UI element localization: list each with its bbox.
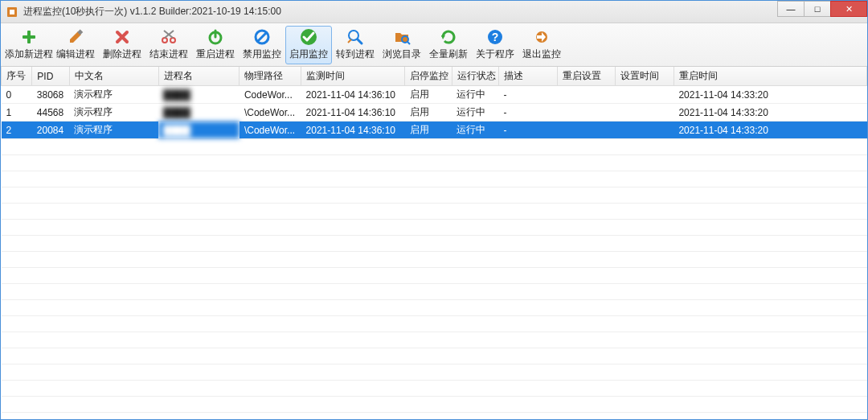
- table-row[interactable]: 144568演示程序████\CodeWor...2021-11-04 14:3…: [2, 104, 867, 121]
- column-header-stime[interactable]: 设置时间: [616, 67, 674, 86]
- minimize-button[interactable]: —: [777, 1, 805, 17]
- table-row[interactable]: 038068演示程序████CodeWor...2021-11-04 14:36…: [2, 86, 867, 104]
- column-header-rsetting[interactable]: 重启设置: [557, 67, 616, 86]
- cell-rsetting: [557, 104, 616, 121]
- column-header-pid[interactable]: PID: [32, 67, 69, 86]
- svg-point-9: [170, 38, 175, 43]
- cell-rsetting: [557, 121, 616, 139]
- column-header-pname[interactable]: 进程名: [158, 67, 240, 86]
- table-row-empty: [2, 236, 867, 252]
- edit-button[interactable]: 编辑进程: [52, 26, 99, 64]
- toolbar-label: 结束进程: [149, 47, 188, 61]
- cell-rsetting: [557, 86, 616, 104]
- cell-path: CodeWor...: [240, 86, 301, 104]
- process-table-wrap[interactable]: 序号PID中文名进程名物理路径监测时间启停监控运行状态描述重启设置设置时间重启时…: [1, 67, 867, 419]
- toolbar-label: 浏览目录: [383, 47, 421, 61]
- svg-point-8: [162, 38, 167, 43]
- restart-button[interactable]: 重启进程: [192, 26, 239, 64]
- table-row-empty: [2, 171, 867, 187]
- column-header-path[interactable]: 物理路径: [240, 67, 301, 86]
- table-row-empty: [2, 348, 867, 364]
- table-row-empty: [2, 220, 867, 236]
- cell-pname: ████: [158, 86, 240, 104]
- svg-rect-1: [10, 10, 14, 14]
- cell-stime: [616, 121, 674, 139]
- column-header-status[interactable]: 运行状态: [452, 67, 498, 86]
- table-row[interactable]: 220084演示程序████\CodeWor...2021-11-04 14:3…: [2, 121, 867, 139]
- column-header-cname[interactable]: 中文名: [69, 67, 158, 86]
- column-header-rtime[interactable]: 重启时间: [674, 67, 866, 86]
- cell-pid: 38068: [32, 86, 69, 104]
- kill-button[interactable]: 结束进程: [145, 26, 192, 64]
- cell-cname: 演示程序: [69, 121, 158, 139]
- toolbar-label: 启用监控: [289, 47, 328, 61]
- cell-status: 运行中: [452, 104, 498, 121]
- cell-pid: 44568: [32, 104, 69, 121]
- cell-pid: 20084: [32, 121, 69, 139]
- svg-line-18: [358, 39, 362, 43]
- cell-rtime: 2021-11-04 14:33:20: [674, 121, 866, 139]
- table-row-empty: [2, 381, 867, 397]
- column-header-desc[interactable]: 描述: [499, 67, 558, 86]
- cell-pname: ████: [158, 104, 240, 121]
- column-header-seq[interactable]: 序号: [2, 67, 32, 86]
- app-icon: [6, 6, 18, 19]
- toolbar-label: 重启进程: [196, 47, 235, 61]
- table-row-empty: [2, 300, 867, 316]
- x-icon: [113, 28, 131, 46]
- browse-button[interactable]: 浏览目录: [379, 26, 425, 64]
- window-controls: — □ ✕: [778, 1, 867, 23]
- cell-mtime: 2021-11-04 14:36:10: [301, 121, 405, 139]
- about-button[interactable]: ?关于程序: [472, 26, 518, 64]
- table-row-empty: [2, 364, 867, 381]
- pencil-icon: [67, 28, 84, 46]
- close-button[interactable]: ✕: [830, 1, 867, 17]
- table-header-row: 序号PID中文名进程名物理路径监测时间启停监控运行状态描述重启设置设置时间重启时…: [2, 67, 867, 86]
- search-icon: [346, 28, 364, 46]
- cell-rtime: 2021-11-04 14:33:20: [674, 86, 866, 104]
- toolbar-label: 删除进程: [103, 47, 141, 61]
- cell-path: \CodeWor...: [240, 121, 301, 139]
- plus-icon: [20, 28, 38, 46]
- scissors-icon: [160, 28, 178, 46]
- toolbar-label: 全量刷新: [429, 47, 468, 61]
- power-icon: [207, 28, 224, 46]
- disable-button[interactable]: 禁用监控: [239, 26, 285, 64]
- svg-rect-3: [23, 35, 35, 39]
- goto-button[interactable]: 转到进程: [332, 26, 379, 64]
- toolbar-label: 编辑进程: [56, 47, 95, 61]
- cell-desc: -: [499, 86, 558, 104]
- toolbar-label: 禁用监控: [243, 47, 281, 61]
- refresh-icon: [440, 28, 457, 46]
- table-row-empty: [2, 397, 867, 413]
- svg-line-15: [257, 32, 267, 42]
- toolbar-label: 关于程序: [476, 47, 514, 61]
- cell-cname: 演示程序: [69, 104, 158, 121]
- table-row-empty: [2, 316, 867, 332]
- titlebar: 进程监控(10秒执行一次) v1.1.2 Builder:2021-10-19 …: [1, 1, 867, 23]
- svg-text:?: ?: [492, 31, 499, 43]
- svg-line-20: [407, 42, 410, 44]
- table-row-empty: [2, 139, 867, 155]
- window-title: 进程监控(10秒执行一次) v1.1.2 Builder:2021-10-19 …: [23, 5, 778, 19]
- cell-rtime: 2021-11-04 14:33:20: [674, 104, 866, 121]
- refresh-button[interactable]: 全量刷新: [425, 26, 472, 64]
- add-button[interactable]: 添加新进程: [6, 26, 52, 64]
- exit-button[interactable]: 退出监控: [518, 26, 565, 64]
- cell-pause: 启用: [405, 121, 452, 139]
- table-row-empty: [2, 252, 867, 268]
- maximize-button[interactable]: □: [804, 1, 831, 17]
- column-header-mtime[interactable]: 监测时间: [301, 67, 405, 86]
- delete-button[interactable]: 删除进程: [99, 26, 145, 64]
- table-row-empty: [2, 268, 867, 284]
- folder-icon: [393, 28, 411, 46]
- cell-status: 运行中: [452, 86, 498, 104]
- process-table: 序号PID中文名进程名物理路径监测时间启停监控运行状态描述重启设置设置时间重启时…: [1, 67, 867, 419]
- enable-button[interactable]: 启用监控: [285, 26, 332, 64]
- toolbar-label: 转到进程: [336, 47, 375, 61]
- table-row-empty: [2, 187, 867, 204]
- cell-path: \CodeWor...: [240, 104, 301, 121]
- check-icon: [300, 28, 317, 46]
- cell-stime: [616, 86, 674, 104]
- column-header-pause[interactable]: 启停监控: [405, 67, 452, 86]
